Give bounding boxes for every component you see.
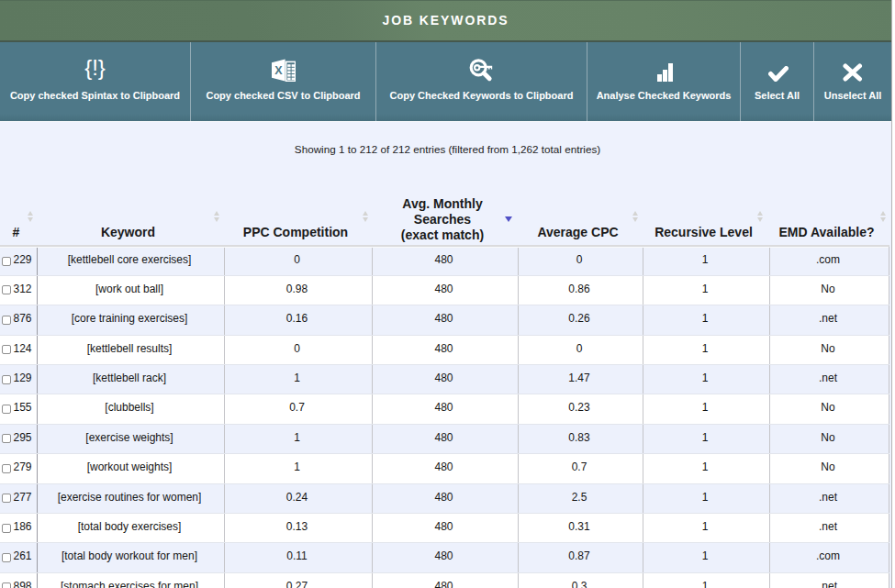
svg-text:X: X [274, 64, 283, 77]
